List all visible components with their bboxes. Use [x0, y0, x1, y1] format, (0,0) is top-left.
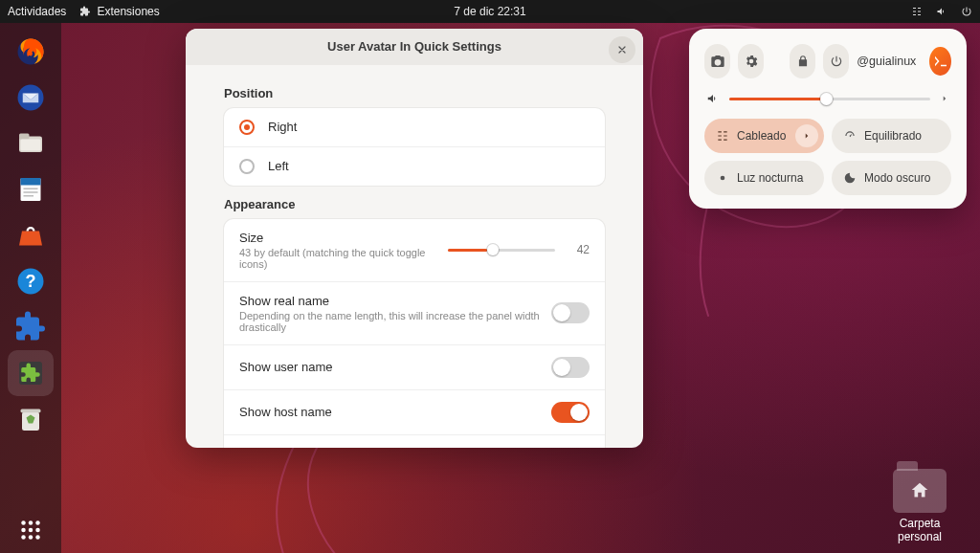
size-label: Size: [239, 231, 448, 245]
power-button[interactable]: [823, 44, 849, 78]
extensions-label: Extensiones: [97, 5, 159, 18]
remove-bg-label: Remove button background: [239, 447, 551, 448]
show-user-name-label: Show user name: [239, 360, 551, 374]
row-size: Size 43 by default (matching the quick t…: [224, 219, 605, 281]
qs-toggle-power-label: Equilibrado: [864, 129, 922, 143]
show-apps-button[interactable]: [8, 507, 54, 553]
dialog-close-button[interactable]: [609, 36, 635, 63]
top-bar: Actividades Extensiones 7 de dic 22:31: [0, 0, 980, 23]
close-icon: [616, 44, 628, 55]
activities-button[interactable]: Actividades: [8, 5, 66, 18]
clock[interactable]: 7 de dic 22:31: [454, 5, 525, 18]
dock-software[interactable]: [8, 212, 54, 258]
appearance-card: Size 43 by default (matching the quick t…: [224, 219, 605, 448]
qs-toggle-network-submenu[interactable]: [795, 124, 818, 147]
size-sub: 43 by default (matching the quick toggle…: [239, 247, 448, 270]
show-host-name-label: Show host name: [239, 405, 551, 419]
svg-rect-7: [24, 188, 38, 190]
qs-toggle-night-light[interactable]: Luz nocturna: [704, 161, 824, 195]
svg-rect-14: [21, 409, 41, 413]
svg-rect-4: [21, 140, 41, 151]
screenshot-button[interactable]: [704, 44, 730, 78]
power-icon: [961, 6, 972, 17]
svg-rect-3: [19, 134, 30, 140]
dock-thunderbird[interactable]: [8, 75, 54, 121]
qs-toggle-night-label: Luz nocturna: [737, 171, 803, 185]
dock-extension-manager[interactable]: [8, 350, 54, 396]
position-right-label: Right: [268, 120, 297, 134]
svg-point-21: [21, 535, 26, 540]
position-option-left[interactable]: Left: [224, 146, 605, 186]
qs-toggle-dark-mode[interactable]: Modo oscuro: [832, 161, 951, 195]
svg-rect-9: [24, 195, 34, 197]
dark-mode-icon: [843, 171, 857, 185]
terminal-icon: [932, 53, 949, 70]
qs-toggle-network-label: Cableado: [737, 129, 786, 143]
row-show-user-name: Show user name: [224, 344, 605, 389]
panel-username: @guialinux: [857, 55, 916, 68]
svg-point-20: [35, 528, 40, 533]
show-host-name-toggle[interactable]: [551, 402, 590, 423]
user-avatar[interactable]: [929, 47, 951, 76]
svg-point-23: [35, 535, 40, 540]
network-icon: [716, 129, 729, 143]
row-remove-bg: Remove button background Removes the def…: [224, 434, 605, 448]
dialog-titlebar[interactable]: User Avatar In Quick Settings: [186, 29, 643, 65]
extension-prefs-dialog: User Avatar In Quick Settings Position R…: [186, 29, 643, 448]
radio-icon: [239, 120, 255, 135]
svg-point-22: [29, 535, 33, 540]
settings-button[interactable]: [738, 44, 764, 78]
show-real-name-toggle[interactable]: [551, 302, 590, 323]
svg-point-16: [29, 520, 33, 525]
puzzle-icon: [79, 6, 91, 17]
volume-icon: [936, 6, 947, 17]
dock-extensions-site[interactable]: [8, 304, 54, 350]
svg-point-18: [21, 528, 26, 533]
chevron-right-icon[interactable]: [940, 94, 949, 103]
volume-icon: [706, 92, 720, 105]
qs-toggle-power-profile[interactable]: Equilibrado: [832, 119, 951, 153]
volume-slider[interactable]: [729, 98, 930, 100]
row-show-real-name: Show real name Depending on the name len…: [224, 281, 605, 344]
size-slider[interactable]: [448, 243, 555, 256]
show-real-name-sub: Depending on the name length, this will …: [239, 310, 551, 333]
night-light-icon: [716, 171, 729, 185]
quick-settings-panel: @guialinux Cableado Equilibrado Luz noct…: [689, 29, 967, 209]
row-show-host-name: Show host name: [224, 389, 605, 434]
svg-rect-6: [21, 178, 41, 186]
chevron-right-icon: [802, 131, 812, 141]
lock-button[interactable]: [790, 44, 815, 78]
show-real-name-label: Show real name: [239, 294, 551, 308]
svg-point-15: [21, 520, 26, 525]
folder-icon: [893, 469, 947, 513]
dock-writer[interactable]: [8, 166, 54, 212]
svg-text:?: ?: [26, 272, 36, 291]
svg-point-24: [721, 176, 725, 181]
desktop-home-folder[interactable]: Carpeta personal: [880, 469, 959, 543]
section-position-title: Position: [224, 86, 605, 100]
lock-icon: [796, 55, 810, 68]
radio-icon: [239, 159, 255, 174]
svg-rect-8: [24, 191, 38, 193]
qs-toggle-network[interactable]: Cableado: [704, 119, 824, 153]
dock-trash[interactable]: [8, 396, 54, 442]
desktop-home-folder-label: Carpeta personal: [880, 517, 959, 543]
dock: ?: [0, 23, 61, 553]
gear-icon: [744, 54, 759, 69]
power-icon: [830, 55, 843, 68]
size-value: 42: [565, 243, 590, 256]
dock-firefox[interactable]: [8, 29, 54, 75]
extensions-indicator[interactable]: Extensiones: [79, 5, 159, 18]
speedometer-icon: [843, 129, 857, 143]
dock-files[interactable]: [8, 121, 54, 166]
svg-point-19: [29, 528, 33, 533]
home-icon: [909, 480, 930, 501]
system-status-area[interactable]: [911, 6, 972, 17]
position-left-label: Left: [268, 159, 289, 173]
position-card: Right Left: [224, 108, 605, 186]
position-option-right[interactable]: Right: [224, 108, 605, 146]
show-user-name-toggle[interactable]: [551, 357, 590, 378]
dock-help[interactable]: ?: [8, 258, 54, 304]
volume-row: [706, 92, 949, 105]
network-icon: [911, 6, 923, 17]
